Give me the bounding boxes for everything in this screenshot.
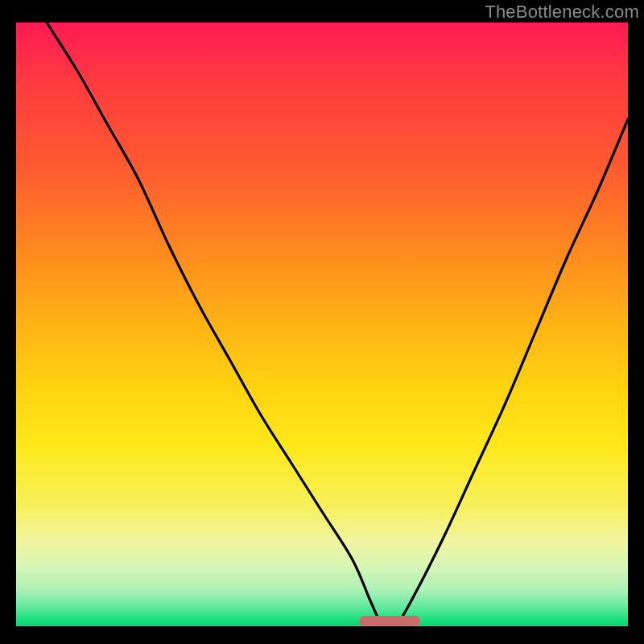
- bottleneck-curve: [16, 23, 628, 626]
- plot-area: [16, 23, 628, 626]
- curve-path: [47, 23, 628, 626]
- chart-frame: TheBottleneck.com: [0, 0, 644, 644]
- watermark-text: TheBottleneck.com: [485, 2, 639, 23]
- optimum-marker: [359, 616, 420, 626]
